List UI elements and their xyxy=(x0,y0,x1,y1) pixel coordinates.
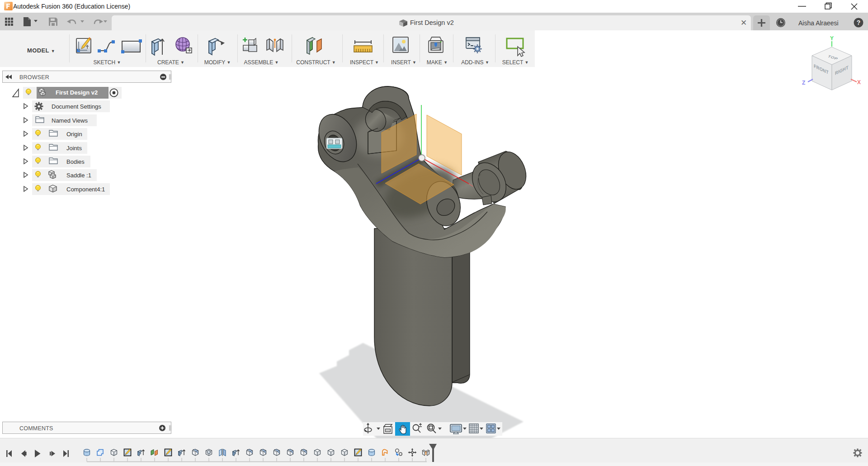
svg-text:Y: Y xyxy=(830,35,834,42)
svg-text:?: ? xyxy=(857,19,861,26)
svg-text:Z: Z xyxy=(802,80,805,86)
svg-text:X: X xyxy=(857,79,861,86)
